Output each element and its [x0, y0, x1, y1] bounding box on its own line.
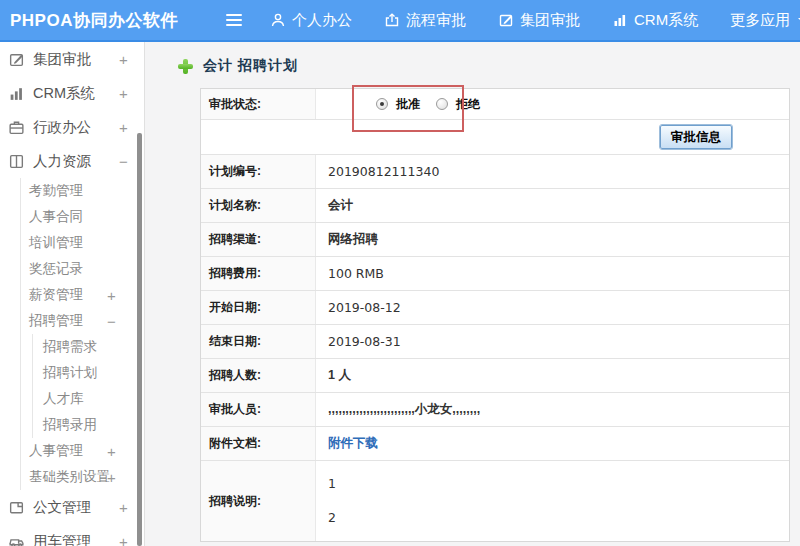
- row-plan-name: 计划名称: 会计: [201, 189, 789, 223]
- sidebar-item-rewards[interactable]: 奖惩记录: [21, 256, 144, 282]
- top-header: PHPOA协同办公软件 个人办公 流程审批: [0, 0, 800, 42]
- field-label: 审批人员:: [201, 393, 316, 426]
- radio-reject[interactable]: 拒绝: [436, 96, 480, 113]
- field-value: 2019-08-31: [316, 325, 789, 358]
- nav-workflow-approval[interactable]: 流程审批: [384, 11, 466, 30]
- field-label: 计划名称:: [201, 189, 316, 222]
- sidebar-item-salary[interactable]: 薪资管理 +: [21, 282, 144, 308]
- edit-square-icon: [8, 51, 25, 68]
- field-value: 1 人: [316, 359, 789, 392]
- expander[interactable]: +: [107, 469, 116, 486]
- approval-radio-group: 批准 拒绝: [376, 96, 480, 113]
- radio-button-icon[interactable]: [376, 98, 388, 110]
- expander[interactable]: −: [119, 153, 128, 170]
- expander[interactable]: −: [107, 313, 116, 330]
- expander[interactable]: +: [107, 287, 116, 304]
- sidebar-item-personnel[interactable]: 人事管理 +: [21, 438, 144, 464]
- nav-group-approval[interactable]: 集团审批: [498, 11, 580, 30]
- hamburger-menu-icon[interactable]: [226, 14, 242, 26]
- field-value: 会计: [316, 189, 789, 222]
- approval-info-button[interactable]: 审批信息: [660, 125, 732, 149]
- briefcase-icon: [8, 119, 25, 136]
- nav-more-apps[interactable]: 更多应用: [730, 11, 800, 30]
- row-attachment: 附件文档: 附件下载: [201, 427, 789, 461]
- expander[interactable]: +: [119, 533, 128, 546]
- row-approval-button: 审批信息: [201, 120, 789, 155]
- radio-button-icon[interactable]: [436, 98, 448, 110]
- sidebar-item-vehicle[interactable]: 用车管理 +: [0, 524, 144, 546]
- sidebar-item-training[interactable]: 培训管理: [21, 230, 144, 256]
- app-title: PHPOA协同办公软件: [0, 9, 178, 32]
- row-start-date: 开始日期: 2019-08-12: [201, 291, 789, 325]
- row-approvers: 审批人员: ,,,,,,,,,,,,,,,,,,,,,,,,,小龙女,,,,,,…: [201, 393, 789, 427]
- row-headcount: 招聘人数: 1 人: [201, 359, 789, 393]
- field-label: 附件文档:: [201, 427, 316, 460]
- top-nav: 个人办公 流程审批 集团审批 CRM系统: [270, 11, 800, 30]
- field-label: 招聘人数:: [201, 359, 316, 392]
- field-label: 招聘渠道:: [201, 223, 316, 256]
- workflow-icon: [384, 12, 400, 28]
- radio-approve[interactable]: 批准: [376, 96, 420, 113]
- sidebar-scrollbar-thumb[interactable]: [137, 133, 142, 546]
- row-plan-number: 计划编号: 20190812111340: [201, 155, 789, 189]
- row-recruit-cost: 招聘费用: 100 RMB: [201, 257, 789, 291]
- expander[interactable]: +: [119, 119, 128, 136]
- field-value: 100 RMB: [316, 257, 789, 290]
- main-content: 会计 招聘计划 审批状态: 批准 拒绝 审批信息: [146, 42, 800, 546]
- sidebar-item-group-approval[interactable]: 集团审批 +: [0, 42, 144, 76]
- field-label: 开始日期:: [201, 291, 316, 324]
- field-value: 20190812111340: [316, 155, 789, 188]
- nav-crm-system[interactable]: CRM系统: [612, 11, 698, 30]
- car-icon: [8, 533, 25, 546]
- row-description: 招聘说明: 1 2: [201, 461, 789, 541]
- expander[interactable]: +: [107, 443, 116, 460]
- sidebar-item-recruit-mgmt[interactable]: 招聘管理 −: [21, 308, 144, 334]
- sidebar-item-base-category[interactable]: 基础类别设置 +: [21, 464, 144, 490]
- field-value: ,,,,,,,,,,,,,,,,,,,,,,,,,小龙女,,,,,,,,: [316, 393, 789, 426]
- sidebar: 集团审批 + CRM系统 + 行政办公 + 人力资源 − 考勤管理 人事合同 培…: [0, 42, 145, 546]
- sidebar-item-documents[interactable]: 公文管理 +: [0, 490, 144, 524]
- sidebar-item-recruit-demand[interactable]: 招聘需求: [33, 334, 144, 360]
- description-lines: 1 2: [328, 461, 336, 541]
- green-plus-icon: [178, 59, 193, 74]
- field-label: 招聘说明:: [201, 461, 316, 541]
- attachment-download-link[interactable]: 附件下载: [328, 435, 378, 452]
- field-label: 结束日期:: [201, 325, 316, 358]
- expander[interactable]: +: [119, 499, 128, 516]
- page-title: 会计 招聘计划: [203, 57, 298, 75]
- sidebar-item-admin-office[interactable]: 行政办公 +: [0, 110, 144, 144]
- field-label: 招聘费用:: [201, 257, 316, 290]
- book-icon: [8, 153, 25, 170]
- sidebar-item-hr[interactable]: 人力资源 −: [0, 144, 144, 178]
- field-label: 计划编号:: [201, 155, 316, 188]
- sidebar-item-talent-pool[interactable]: 人才库: [33, 386, 144, 412]
- recruit-submenu: 招聘需求 招聘计划 人才库 招聘录用: [32, 334, 144, 438]
- row-approval-status: 审批状态: 批准 拒绝: [201, 89, 789, 120]
- row-end-date: 结束日期: 2019-08-31: [201, 325, 789, 359]
- person-icon: [270, 12, 286, 28]
- document-icon: [8, 499, 25, 516]
- expander[interactable]: +: [119, 85, 128, 102]
- row-recruit-channel: 招聘渠道: 网络招聘: [201, 223, 789, 257]
- bar-chart-icon: [8, 85, 25, 102]
- page-title-bar: 会计 招聘计划: [178, 57, 800, 75]
- nav-personal-office[interactable]: 个人办公: [270, 11, 352, 30]
- sidebar-item-hr-contract[interactable]: 人事合同: [21, 204, 144, 230]
- expander[interactable]: +: [119, 51, 128, 68]
- bar-chart-icon: [612, 12, 628, 28]
- sidebar-item-recruit-hire[interactable]: 招聘录用: [33, 412, 144, 438]
- sidebar-item-recruit-plan[interactable]: 招聘计划: [33, 360, 144, 386]
- plan-detail-table: 审批状态: 批准 拒绝 审批信息 计划编号: 2019: [200, 88, 790, 542]
- sidebar-item-crm[interactable]: CRM系统 +: [0, 76, 144, 110]
- edit-icon: [498, 12, 514, 28]
- field-value: 2019-08-12: [316, 291, 789, 324]
- sidebar-item-attendance[interactable]: 考勤管理: [21, 178, 144, 204]
- hr-submenu: 考勤管理 人事合同 培训管理 奖惩记录 薪资管理 + 招聘管理 − 招聘需求 招…: [20, 178, 144, 490]
- field-value: 网络招聘: [316, 223, 789, 256]
- field-label: 审批状态:: [201, 89, 316, 119]
